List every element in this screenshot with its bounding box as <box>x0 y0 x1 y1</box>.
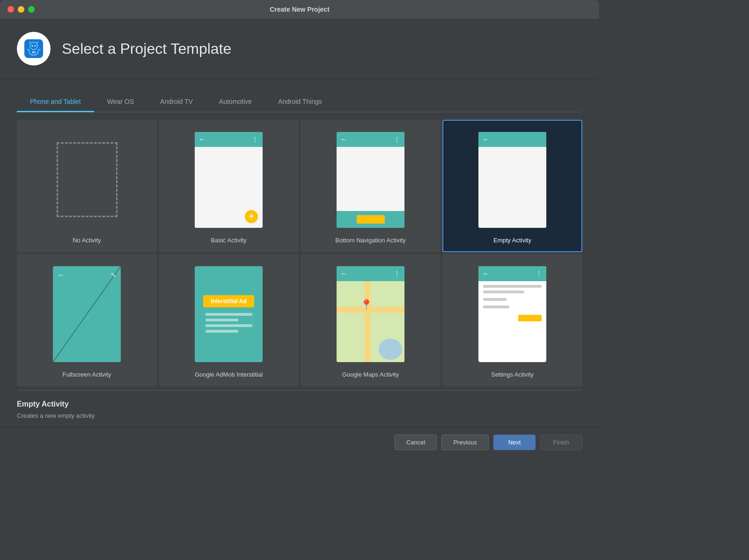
minimize-button[interactable] <box>18 6 24 13</box>
selected-template-name: Empty Activity <box>17 400 582 408</box>
fab-icon: + <box>245 210 258 223</box>
finish-button[interactable]: Finish <box>540 435 582 450</box>
header: AI Select a Project Template <box>0 19 599 79</box>
template-label-fullscreen: Fullscreen Activity <box>62 371 111 378</box>
template-grid: No Activity ← ⋮ + Basic Activity <box>17 116 582 386</box>
preview-basic-activity: ← ⋮ + <box>191 128 266 231</box>
menu-dots-icon: ⋮ <box>252 136 259 143</box>
phone-toolbar-settings: ← ⋮ <box>478 266 546 281</box>
cancel-button[interactable]: Cancel <box>395 435 437 450</box>
template-label-basic: Basic Activity <box>211 237 247 244</box>
template-fullscreen[interactable]: ← ⤡ Fullscreen Activity <box>17 254 157 386</box>
preview-settings: ← ⋮ <box>475 262 550 365</box>
tab-phone-tablet[interactable]: Phone and Tablet <box>17 92 94 112</box>
preview-maps: ← ⋮ 📍 <box>333 262 408 365</box>
title-bar: Create New Project <box>0 0 599 19</box>
ad-mockup: Interstitial Ad <box>195 266 263 362</box>
tab-android-tv[interactable]: Android TV <box>147 92 206 112</box>
phone-toolbar-basic: ← ⋮ <box>195 132 263 147</box>
window-title: Create New Project <box>270 6 330 13</box>
ad-line-1 <box>206 313 252 316</box>
template-label-no-activity: No Activity <box>73 237 101 244</box>
close-button[interactable] <box>7 6 14 13</box>
phone-mockup-empty: ← <box>478 132 546 228</box>
tab-wear-os[interactable]: Wear OS <box>94 92 147 112</box>
back-arrow-icon: ← <box>198 135 206 144</box>
svg-line-9 <box>53 266 121 362</box>
nav-bar-indicator <box>357 215 385 224</box>
settings-line-3 <box>483 305 509 308</box>
template-label-settings: Settings Activity <box>491 371 534 378</box>
map-body: 📍 <box>337 281 404 362</box>
description-section: Empty Activity Creates a new empty activ… <box>17 390 582 427</box>
phone-toolbar-maps: ← ⋮ <box>337 266 404 281</box>
preview-empty-activity: ← <box>475 128 550 231</box>
template-settings[interactable]: ← ⋮ Settings Activity <box>442 254 582 386</box>
window-controls[interactable] <box>7 6 35 13</box>
map-mockup: ← ⋮ 📍 <box>337 266 404 362</box>
back-arrow-icon-3: ← <box>482 135 490 144</box>
selected-template-description: Creates a new empty activity <box>17 412 582 419</box>
map-road-v <box>365 281 370 362</box>
preview-no-activity <box>50 128 125 231</box>
back-arrow-settings: ← <box>482 269 490 278</box>
template-bottom-nav[interactable]: ← ⋮ Bottom Navigation Activity <box>301 120 441 252</box>
expand-icon: ⤡ <box>110 271 116 278</box>
svg-point-5 <box>35 45 36 47</box>
phone-bottom-nav-bar <box>337 211 404 228</box>
previous-button[interactable]: Previous <box>441 435 489 450</box>
back-arrow-maps: ← <box>340 269 348 278</box>
ad-banner-label: Interstitial Ad <box>203 295 254 307</box>
template-label-bottom-nav: Bottom Navigation Activity <box>335 237 405 244</box>
android-studio-logo: AI <box>22 37 45 60</box>
svg-point-4 <box>32 45 33 47</box>
phone-mockup-bottom-nav: ← ⋮ <box>337 132 404 228</box>
settings-mockup: ← ⋮ <box>478 266 546 362</box>
back-arrow-fullscreen: ← <box>58 271 65 279</box>
settings-line-1 <box>483 285 542 288</box>
tab-android-things[interactable]: Android Things <box>265 92 335 112</box>
maximize-button[interactable] <box>28 6 35 13</box>
settings-body <box>478 281 546 362</box>
settings-btn-preview <box>518 315 542 321</box>
tab-automotive[interactable]: Automotive <box>206 92 265 112</box>
menu-dots-icon-2: ⋮ <box>394 136 401 143</box>
template-label-maps: Google Maps Activity <box>342 371 399 378</box>
preview-ad: Interstitial Ad <box>191 262 266 365</box>
ad-lines <box>206 313 252 333</box>
phone-body-basic: + <box>195 147 263 228</box>
menu-dots-maps: ⋮ <box>394 270 401 277</box>
logo-circle: AI <box>17 32 51 65</box>
menu-dots-settings: ⋮ <box>536 270 543 277</box>
template-empty-activity[interactable]: ← Empty Activity <box>442 120 582 252</box>
ad-line-3 <box>206 324 252 327</box>
fullscreen-mockup: ← ⤡ <box>53 266 121 362</box>
template-ad[interactable]: Interstitial Ad Google AdMob Interstitia… <box>159 254 299 386</box>
map-water <box>379 339 402 360</box>
no-activity-icon <box>57 142 117 217</box>
preview-fullscreen: ← ⤡ <box>50 262 125 365</box>
svg-text:AI: AI <box>32 50 36 54</box>
next-button[interactable]: Next <box>493 435 536 450</box>
phone-body-empty <box>478 147 546 228</box>
phone-toolbar-bottom-nav: ← ⋮ <box>337 132 404 147</box>
main-content: Phone and Tablet Wear OS Android TV Auto… <box>0 79 599 427</box>
template-maps[interactable]: ← ⋮ 📍 Google Maps Activity <box>301 254 441 386</box>
footer: Cancel Previous Next Finish <box>0 427 599 458</box>
template-no-activity[interactable]: No Activity <box>17 120 157 252</box>
tabs: Phone and Tablet Wear OS Android TV Auto… <box>17 79 582 112</box>
template-label-empty: Empty Activity <box>493 237 531 244</box>
settings-line-2 <box>483 291 524 293</box>
map-pin-icon: 📍 <box>360 299 373 311</box>
template-basic-activity[interactable]: ← ⋮ + Basic Activity <box>159 120 299 252</box>
phone-toolbar-empty: ← <box>478 132 546 147</box>
ad-line-2 <box>206 319 238 321</box>
ad-line-4 <box>206 330 238 333</box>
settings-dots <box>483 298 507 301</box>
preview-bottom-nav: ← ⋮ <box>333 128 408 231</box>
phone-mockup-basic: ← ⋮ + <box>195 132 263 228</box>
phone-body-bottom-nav <box>337 147 404 211</box>
page-title: Select a Project Template <box>62 40 231 58</box>
template-label-ad: Google AdMob Interstitial <box>195 371 263 378</box>
back-arrow-icon-2: ← <box>340 135 348 144</box>
